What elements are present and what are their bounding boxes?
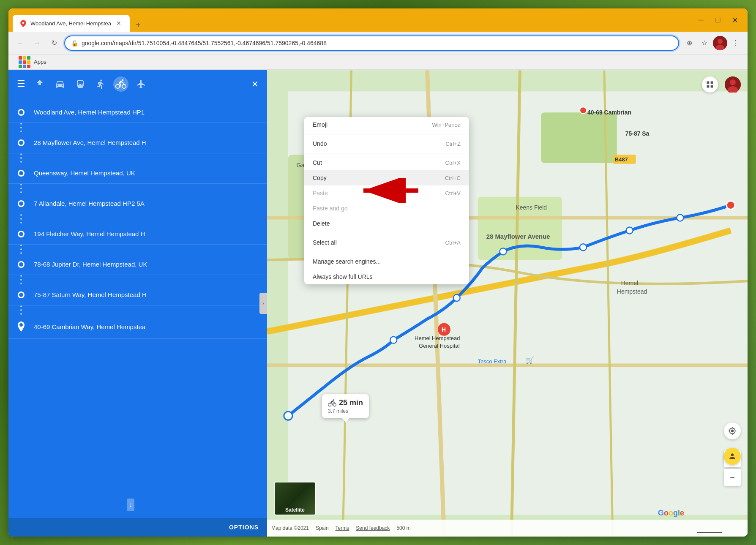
- options-button[interactable]: OPTIONS: [229, 524, 259, 531]
- apps-dot-2: [23, 56, 26, 60]
- route-stop-7: 75-87 Saturn Way, Hemel Hempstead H: [8, 284, 267, 305]
- context-menu-delete[interactable]: Delete: [304, 216, 469, 231]
- route-stop-6: 78-68 Jupiter Dr, Hemel Hempstead, UK: [8, 254, 267, 275]
- route-dot-start: [18, 109, 25, 116]
- person-icon: [728, 452, 737, 461]
- route-stop-6-text: 78-68 Jupiter Dr, Hemel Hempstead, UK: [34, 261, 147, 268]
- route-stop-7-text: 75-87 Saturn Way, Hemel Hempstead H: [34, 291, 147, 298]
- sidebar-scroll-button[interactable]: ›: [259, 293, 267, 314]
- extensions-button[interactable]: ⊕: [682, 36, 696, 50]
- close-button[interactable]: ✕: [730, 15, 740, 25]
- route-stop-8-text: 40-69 Cambrian Way, Hemel Hempstea: [34, 323, 145, 330]
- context-menu-manage-engines[interactable]: Manage search engines...: [304, 254, 469, 269]
- context-menu-emoji[interactable]: Emoji Win+Period: [304, 117, 469, 132]
- route-stop-8-destination: 40-69 Cambrian Way, Hemel Hempstea: [8, 315, 267, 339]
- route-dot-3: [18, 170, 25, 177]
- zoom-out-button[interactable]: −: [724, 469, 741, 486]
- copy-label: Copy: [313, 174, 327, 181]
- svg-point-2: [718, 39, 723, 44]
- apps-grid-icon: [19, 56, 30, 68]
- route-dot-5: [18, 231, 25, 237]
- transport-cycle-button[interactable]: [113, 76, 128, 92]
- map-footer: Map data ©2021 Spain Terms Send feedback…: [267, 520, 748, 537]
- lock-icon: 🔒: [71, 40, 78, 46]
- apps-dot-9: [27, 65, 30, 68]
- tooltip-arrow: [342, 418, 349, 422]
- apps-dot-7: [19, 65, 22, 68]
- route-dot-2: [18, 139, 25, 146]
- transport-flight-button[interactable]: [134, 76, 149, 92]
- sidebar-close-button[interactable]: ✕: [251, 79, 259, 89]
- context-menu-select-all[interactable]: Select all Ctrl+A: [304, 235, 469, 250]
- google-logo: Google: [658, 509, 684, 518]
- maximize-button[interactable]: □: [713, 15, 723, 25]
- apps-dot-5: [23, 60, 26, 64]
- forward-button[interactable]: →: [30, 36, 44, 50]
- transport-drive-button[interactable]: [52, 76, 68, 92]
- profile-avatar[interactable]: [713, 36, 727, 50]
- active-tab[interactable]: Woodland Ave, Hemel Hempstea ✕: [13, 15, 130, 32]
- route-list: Woodland Ave, Hemel Hempstead HP1 28 Ma: [8, 97, 267, 518]
- route-stop-5-text: 194 Fletcher Way, Hemel Hempstead H: [34, 230, 145, 237]
- tab-close-button[interactable]: ✕: [115, 19, 123, 27]
- apps-label: Apps: [34, 59, 46, 65]
- context-menu-cut[interactable]: Cut Ctrl+X: [304, 155, 469, 170]
- menu-button[interactable]: ⋮: [729, 36, 742, 50]
- map-feedback-link[interactable]: Send feedback: [356, 525, 390, 531]
- distance-text: 3.7 miles: [328, 408, 363, 414]
- sidebar-footer: OPTIONS: [8, 518, 267, 537]
- route-stop-4: 7 Allandale, Hemel Hempstead HP2 5A: [8, 193, 267, 214]
- manage-engines-label: Manage search engines...: [313, 258, 381, 265]
- address-bar[interactable]: 🔒 google.com/maps/dir/51.7510054,-0.4847…: [64, 35, 679, 51]
- sidebar-menu-icon[interactable]: ☰: [17, 79, 25, 90]
- connector-4: [8, 214, 267, 223]
- route-stop-5: 194 Fletcher Way, Hemel Hempstead H: [8, 223, 267, 245]
- browser-window: Woodland Ave, Hemel Hempstea ✕ + ─ □ ✕ ←…: [8, 8, 748, 537]
- title-bar: Woodland Ave, Hemel Hempstea ✕ + ─ □ ✕: [8, 8, 748, 32]
- my-location-button[interactable]: [724, 422, 741, 439]
- cut-label: Cut: [313, 159, 322, 166]
- connector-1: [8, 123, 267, 132]
- connector-7: [8, 305, 267, 315]
- map-terms-link[interactable]: Terms: [336, 525, 349, 531]
- paste-shortcut: Ctrl+V: [445, 190, 461, 196]
- bookmark-button[interactable]: ☆: [698, 36, 711, 50]
- map-data-label: Map data ©2021: [271, 525, 309, 531]
- bottom-scroll-button[interactable]: ↓: [127, 499, 134, 511]
- street-view-button[interactable]: [724, 448, 741, 465]
- transport-transit-button[interactable]: [73, 76, 88, 92]
- transport-mode-selector: [32, 76, 245, 92]
- undo-label: Undo: [313, 140, 327, 147]
- refresh-button[interactable]: ↻: [47, 36, 61, 50]
- satellite-thumbnail[interactable]: Satellite: [274, 482, 316, 515]
- tab-bar: Woodland Ave, Hemel Hempstea ✕ +: [13, 8, 693, 32]
- apps-dot-4: [19, 60, 22, 64]
- map-country-label: Spain: [316, 525, 329, 531]
- route-stop-4-text: 7 Allandale, Hemel Hempstead HP2 5A: [34, 200, 145, 207]
- transport-walk-button[interactable]: [93, 76, 108, 92]
- tab-favicon: [19, 19, 27, 27]
- map-layers-button[interactable]: [702, 76, 718, 93]
- new-tab-button[interactable]: +: [131, 18, 145, 32]
- distance-tooltip: 25 min 3.7 miles: [322, 394, 369, 418]
- back-button[interactable]: ←: [14, 36, 27, 50]
- connector-3: [8, 184, 267, 193]
- apps-dot-6: [27, 60, 30, 64]
- apps-dot-3: [27, 56, 30, 60]
- content-area: ☰: [8, 70, 748, 537]
- context-menu-show-urls[interactable]: Always show full URLs: [304, 269, 469, 284]
- divider-4: [304, 252, 469, 252]
- cut-shortcut: Ctrl+X: [445, 160, 461, 166]
- minimize-button[interactable]: ─: [696, 15, 706, 25]
- apps-bookmark[interactable]: Apps: [15, 54, 50, 70]
- route-dot-7: [18, 292, 25, 298]
- route-dot-6: [18, 261, 25, 268]
- map-profile-avatar[interactable]: [725, 76, 741, 93]
- navigation-bar: ← → ↻ 🔒 google.com/maps/dir/51.7510054,-…: [8, 32, 748, 54]
- transport-directions-button[interactable]: [32, 76, 47, 92]
- window-controls: ─ □ ✕: [696, 15, 743, 25]
- select-all-shortcut: Ctrl+A: [445, 240, 461, 246]
- divider-1: [304, 134, 469, 134]
- copy-shortcut: Ctrl+C: [445, 175, 461, 181]
- context-menu-undo[interactable]: Undo Ctrl+Z: [304, 136, 469, 151]
